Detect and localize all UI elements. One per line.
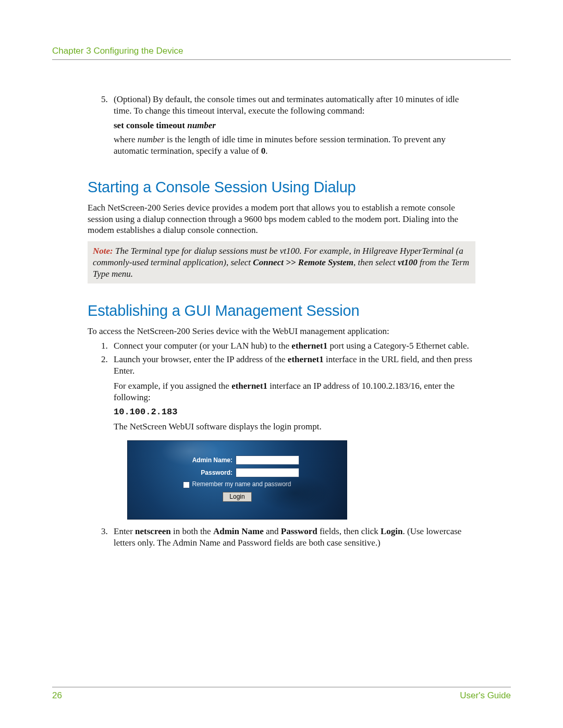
heading-gui: Establishing a GUI Management Session xyxy=(88,301,475,320)
step-text: Launch your browser, enter the IP addres… xyxy=(114,354,475,436)
admin-input[interactable] xyxy=(236,455,299,465)
heading-dialup: Starting a Console Session Using Dialup xyxy=(88,178,475,197)
note-bold: Connect >> Remote System xyxy=(253,257,353,267)
remember-label: Remember my name and password xyxy=(192,480,291,488)
step-number: 5. xyxy=(88,94,114,160)
note-box: Note: The Terminal type for dialup sessi… xyxy=(88,241,475,283)
text: . xyxy=(265,146,267,156)
body-column: 5. (Optional) By default, the console ti… xyxy=(88,94,475,551)
bold: ethernet1 xyxy=(288,354,324,364)
text: Connect your computer (or your LAN hub) … xyxy=(114,341,291,351)
page-number: 26 xyxy=(52,690,62,701)
login-form: Admin Name: Password: Remember my name a… xyxy=(128,455,347,502)
gui-step-1: 1. Connect your computer (or your LAN hu… xyxy=(88,340,475,352)
text: in both the xyxy=(171,526,213,536)
bold: netscreen xyxy=(135,526,171,536)
bold: Password xyxy=(281,526,317,536)
step-number: 1. xyxy=(88,340,114,352)
admin-row: Admin Name: xyxy=(128,455,347,465)
para: where number is the length of idle time … xyxy=(114,134,475,157)
step-5: 5. (Optional) By default, the console ti… xyxy=(88,94,475,160)
text: port using a Category-5 Ethernet cable. xyxy=(327,341,469,351)
remember-checkbox[interactable] xyxy=(183,482,190,488)
chapter-title: Chapter 3 Configuring the Device xyxy=(52,46,183,56)
code-line: 10.100.2.183 xyxy=(114,406,475,418)
document-page: Chapter 3 Configuring the Device 5. (Opt… xyxy=(0,0,563,728)
guide-label: User's Guide xyxy=(460,690,511,701)
bold: Admin Name xyxy=(213,526,264,536)
text: where xyxy=(114,134,138,144)
para: The NetScreen WebUI software displays th… xyxy=(114,421,475,433)
password-row: Password: xyxy=(128,468,347,477)
gui-step-3: 3. Enter netscreen in both the Admin Nam… xyxy=(88,526,475,549)
page-header: Chapter 3 Configuring the Device xyxy=(52,46,511,60)
gui-para: To access the NetScreen-200 Series devic… xyxy=(88,326,475,337)
bold: ethernet1 xyxy=(291,341,327,351)
para: For example, if you assigned the etherne… xyxy=(114,380,475,403)
login-button-row: Login xyxy=(128,492,347,502)
password-input[interactable] xyxy=(236,468,299,477)
page-footer: 26 User's Guide xyxy=(52,687,511,701)
step-number: 3. xyxy=(88,526,114,549)
dialup-para: Each NetScreen-200 Series device provide… xyxy=(88,202,475,236)
text: Launch your browser, enter the IP addres… xyxy=(114,354,288,364)
note-lead: Note: xyxy=(93,246,113,256)
text: fields, then click xyxy=(317,526,381,536)
login-screenshot: Admin Name: Password: Remember my name a… xyxy=(127,440,347,520)
note-text: , then select xyxy=(353,257,398,267)
step-text: Enter netscreen in both the Admin Name a… xyxy=(114,526,475,549)
cmd-bold: set console timeout xyxy=(114,120,187,130)
step-text: Connect your computer (or your LAN hub) … xyxy=(114,340,475,352)
step-number: 2. xyxy=(88,354,114,436)
login-button[interactable]: Login xyxy=(223,492,251,502)
gui-step-2: 2. Launch your browser, enter the IP add… xyxy=(88,354,475,436)
step-text: (Optional) By default, the console times… xyxy=(114,94,475,160)
para: (Optional) By default, the console times… xyxy=(114,94,475,117)
text: For example, if you assigned the xyxy=(114,381,231,391)
text: Enter xyxy=(114,526,135,536)
arg: number xyxy=(138,134,165,144)
command-line: set console timeout number xyxy=(114,120,475,131)
password-label: Password: xyxy=(175,469,236,477)
cmd-arg: number xyxy=(187,120,216,130)
remember-row: Remember my name and password xyxy=(128,480,347,488)
para: Launch your browser, enter the IP addres… xyxy=(114,354,475,377)
text: and xyxy=(264,526,281,536)
admin-label: Admin Name: xyxy=(175,456,236,464)
value: 0 xyxy=(261,146,266,156)
note-bold: vt100 xyxy=(398,257,418,267)
bold: Login xyxy=(381,526,403,536)
bold: ethernet1 xyxy=(231,381,267,391)
